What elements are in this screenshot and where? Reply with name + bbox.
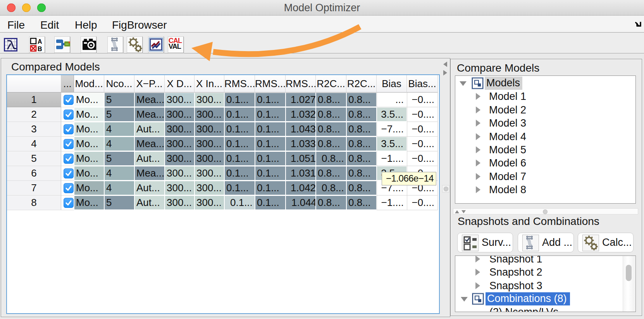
svg-text:B: B — [38, 46, 42, 52]
svg-text:A: A — [38, 38, 42, 45]
svg-text:VAL: VAL — [169, 43, 181, 50]
